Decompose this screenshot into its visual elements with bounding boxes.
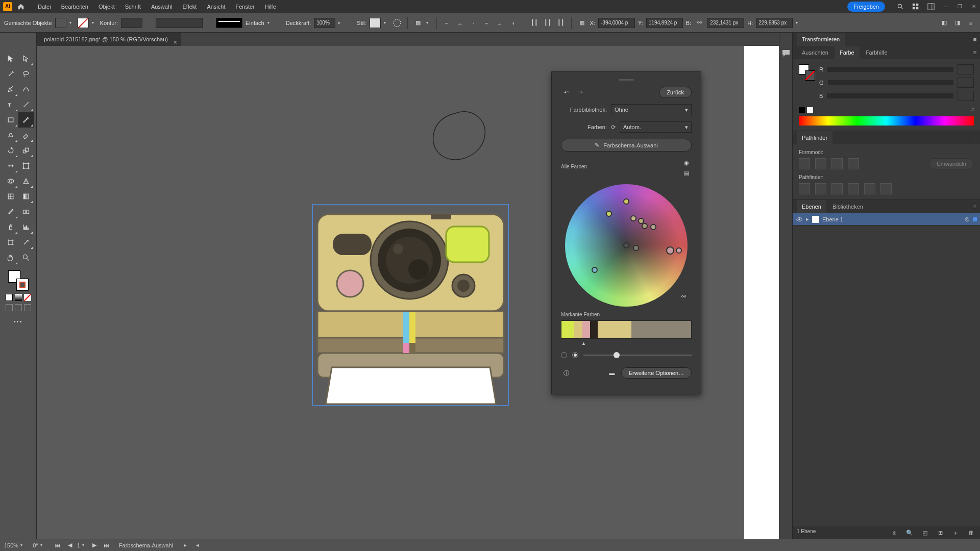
trim-icon[interactable]	[815, 183, 826, 194]
brush-def-swatch[interactable]	[216, 18, 242, 28]
tab-ausrichten[interactable]: Ausrichten	[797, 46, 834, 59]
recolor-icon[interactable]	[392, 18, 402, 28]
menu-hilfe[interactable]: Hilfe	[260, 4, 281, 10]
exclude-icon[interactable]	[848, 158, 859, 169]
prominent-color-swatch[interactable]	[598, 321, 631, 338]
style-swatch[interactable]	[370, 18, 381, 28]
menu-schrift[interactable]: Schrift	[120, 4, 146, 10]
refresh-icon[interactable]: ⟳	[611, 124, 616, 131]
search-layer-icon[interactable]: 🔍	[904, 528, 915, 538]
close-window-button[interactable]: ✕	[968, 2, 980, 12]
panel-menu-icon[interactable]: ≡	[966, 18, 976, 28]
comment-icon[interactable]	[781, 48, 791, 58]
chevron-down-icon[interactable]: ▾	[92, 20, 97, 25]
align-hcenter-icon[interactable]: ⫠	[455, 18, 465, 28]
panel-menu-icon[interactable]: ≡	[970, 133, 980, 143]
more-tools-icon[interactable]: •••	[14, 318, 23, 324]
chevron-right-icon[interactable]: ▸	[338, 20, 344, 25]
new-sublayer-icon[interactable]: ⊞	[935, 528, 945, 538]
share-button[interactable]: Freigeben	[847, 2, 885, 12]
chevron-right-icon[interactable]: ▸	[806, 216, 809, 222]
slice-tool[interactable]	[18, 235, 34, 250]
list-view-icon[interactable]: ▤	[681, 168, 692, 178]
prev-artboard-icon[interactable]: ◀	[65, 540, 75, 550]
selection-tool[interactable]	[3, 51, 18, 66]
magic-wand-tool[interactable]	[3, 66, 18, 82]
chevron-down-icon[interactable]: ▾	[796, 20, 801, 25]
panel-menu-icon[interactable]: ≡	[970, 47, 980, 58]
transform-icon[interactable]: ▦	[577, 18, 587, 28]
b-input[interactable]	[958, 91, 974, 101]
last-artboard-icon[interactable]: ⏭	[102, 540, 112, 550]
prominent-color-swatch[interactable]	[631, 321, 691, 338]
search-icon[interactable]	[894, 1, 906, 13]
tab-farbhilfe[interactable]: Farbhilfe	[861, 46, 893, 59]
graph-tool[interactable]	[18, 219, 34, 235]
isolate-icon[interactable]: ◧	[939, 18, 949, 28]
pen-tool[interactable]	[3, 82, 18, 97]
align-vcenter-icon[interactable]: ⫠	[495, 18, 505, 28]
drawn-blob-path[interactable]	[430, 109, 488, 163]
bright-radio[interactable]	[572, 352, 578, 358]
document-tab[interactable]: polaroid-2315182.png* @ 150 % (RGB/Vorsc…	[37, 33, 181, 46]
nav-arrow-icon[interactable]: ▸	[180, 540, 190, 550]
artboard-tool[interactable]	[3, 235, 18, 250]
prominent-colors-bar[interactable]	[561, 320, 692, 339]
line-tool[interactable]	[18, 97, 34, 112]
dist-h2-icon[interactable]: ┃┃	[543, 18, 553, 28]
menu-bearbeiten[interactable]: Bearbeiten	[56, 4, 93, 10]
rotate-tool[interactable]	[3, 143, 18, 158]
menu-fenster[interactable]: Fenster	[230, 4, 259, 10]
menu-auswahl[interactable]: Auswahl	[146, 4, 178, 10]
spectrum-bar[interactable]	[799, 116, 974, 126]
x-input[interactable]	[598, 18, 635, 28]
menu-objekt[interactable]: Objekt	[93, 4, 120, 10]
stroke-swatch[interactable]	[78, 18, 89, 28]
color-theme-picker-button[interactable]: ✎Farbschema-Auswahl	[561, 139, 692, 152]
fill-stroke-swatch[interactable]	[8, 270, 29, 291]
mesh-tool[interactable]	[3, 189, 18, 204]
shape-builder-tool[interactable]	[3, 173, 18, 189]
tab-bibliotheken[interactable]: Bibliotheken	[827, 200, 868, 213]
chevron-down-icon[interactable]: ▾	[384, 20, 389, 25]
wheel-view-icon[interactable]: ◉	[681, 158, 692, 168]
colors-dropdown[interactable]: Autom.▾	[620, 121, 692, 133]
link-colors-icon[interactable]: ⚯	[678, 291, 689, 302]
crop-icon[interactable]	[848, 183, 859, 194]
prominent-color-swatch[interactable]	[582, 321, 590, 338]
blend-tool[interactable]	[18, 204, 34, 219]
hand-tool[interactable]	[3, 250, 18, 265]
y-input[interactable]	[646, 18, 683, 28]
link-icon[interactable]: ⚯	[694, 18, 704, 28]
zoom-value[interactable]: 150%	[4, 542, 18, 548]
save-group-icon[interactable]: ▬	[607, 368, 617, 378]
undo-icon[interactable]: ↶	[561, 87, 571, 97]
align-left-icon[interactable]: ⫟	[442, 18, 452, 28]
new-layer-icon[interactable]: ＋	[950, 528, 961, 538]
divide-icon[interactable]	[799, 183, 810, 194]
tab-ebenen[interactable]: Ebenen	[797, 200, 826, 213]
type-tool[interactable]: T	[3, 97, 18, 112]
gradient-tool[interactable]	[18, 189, 34, 204]
sat-radio[interactable]	[561, 352, 567, 358]
eyedropper-tool[interactable]	[3, 204, 18, 219]
menu-datei[interactable]: Datei	[33, 4, 56, 10]
panel-menu-icon[interactable]: ≡	[970, 34, 980, 44]
paintbrush-tool[interactable]	[18, 112, 34, 128]
first-artboard-icon[interactable]: ⏮	[53, 540, 63, 550]
align-dropdown-icon[interactable]: ▦	[413, 18, 423, 28]
prominent-color-swatch[interactable]	[574, 321, 582, 338]
rectangle-tool[interactable]	[3, 112, 18, 128]
minus-back-icon[interactable]	[880, 183, 892, 194]
chevron-down-icon[interactable]: ▾	[267, 20, 273, 25]
maximize-button[interactable]: ❐	[953, 2, 966, 12]
prominent-color-swatch[interactable]	[561, 321, 574, 338]
perspective-tool[interactable]	[18, 173, 34, 189]
selection-bounding-box[interactable]	[312, 204, 509, 406]
clip-mask-icon[interactable]: ◰	[920, 528, 930, 538]
unite-icon[interactable]	[799, 158, 810, 169]
direct-selection-tool[interactable]	[18, 51, 34, 66]
curvature-tool[interactable]	[18, 82, 34, 97]
nav-arrow2-icon[interactable]: ◂	[192, 540, 203, 550]
outline-icon[interactable]	[864, 183, 875, 194]
